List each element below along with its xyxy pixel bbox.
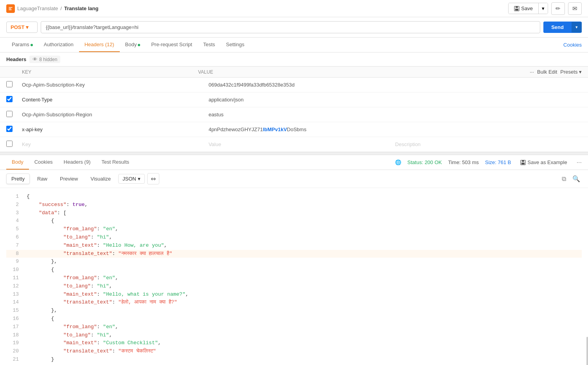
headers-section-label: Headers (6, 56, 26, 62)
hidden-count: 8 hidden (39, 57, 57, 62)
format-label: JSON (123, 176, 136, 182)
empty-value-placeholder[interactable]: Value (209, 141, 395, 147)
code-line-12: 12 "to_lang": "hi", (6, 282, 582, 291)
line-content-12: "to_lang": "hi", (27, 282, 582, 291)
code-line-15: 15 }, (6, 307, 582, 315)
save-icon (514, 6, 519, 11)
code-line-8: 8 "translate_text": "नमस्कार क्या हालचाल… (6, 250, 582, 258)
empty-checkbox[interactable] (6, 141, 13, 147)
row4-highlight: lbMPv1kV (263, 126, 287, 132)
save-example-icon (520, 160, 526, 165)
response-more-dots[interactable]: ··· (577, 159, 582, 166)
wrap-icon: ⇔ (151, 175, 156, 182)
body-dot (138, 44, 140, 46)
row3-value: eastus (209, 112, 395, 117)
empty-key-placeholder[interactable]: Key (22, 141, 209, 147)
line-content-21: } (27, 356, 582, 364)
empty-checkbox-cell[interactable] (6, 141, 22, 148)
row1-value: 069da432c1f9499fa33dfb65328e353d (209, 82, 395, 88)
empty-desc-placeholder[interactable]: Description (395, 141, 582, 147)
response-toolbar: Pretty Raw Preview Visualize JSON ▾ ⇔ ⧉ … (0, 170, 588, 188)
line-content-19: "main_text": "Custom Checklist", (27, 339, 582, 347)
line-content-16: { (27, 315, 582, 323)
bulk-edit-button[interactable]: Bulk Edit (537, 69, 557, 75)
copy-icon: ⧉ (562, 175, 566, 182)
code-line-1: 1 { (6, 193, 582, 201)
line-content-17: "from_lang": "en", (27, 323, 582, 331)
presets-dropdown[interactable]: Presets ▾ (560, 69, 582, 75)
view-raw-button[interactable]: Raw (32, 173, 52, 184)
format-dropdown-icon: ▾ (138, 176, 141, 182)
code-line-9: 9 }, (6, 258, 582, 266)
table-row: Content-Type application/json (0, 92, 588, 107)
line-num-13: 13 (6, 291, 19, 299)
row2-value: application/json (209, 97, 395, 103)
save-button[interactable]: Save (509, 3, 538, 14)
line-num-16: 16 (6, 315, 19, 323)
url-input[interactable] (41, 21, 540, 33)
hidden-badge[interactable]: 👁 8 hidden (29, 56, 60, 63)
table-row: x-api-key 4pnPdzhewozGHYJZ71lbMPv1kVDoSb… (0, 122, 588, 137)
tab-authorization[interactable]: Authorization (38, 38, 79, 52)
response-tab-body[interactable]: Body (6, 155, 29, 170)
row1-checkbox[interactable] (6, 81, 13, 87)
row2-checkbox-cell[interactable] (6, 96, 22, 103)
line-content-20: "translate_text": "कस्टम चेकलिस्ट" (27, 347, 582, 356)
line-num-1: 1 (6, 193, 19, 201)
tab-tests[interactable]: Tests (198, 38, 220, 52)
search-button[interactable]: 🔍 (571, 173, 582, 184)
line-num-8: 8 (6, 250, 19, 258)
row1-checkbox-cell[interactable] (6, 81, 22, 89)
save-button-group[interactable]: Save ▾ (508, 3, 548, 14)
scrollbar[interactable] (586, 337, 588, 365)
row4-checkbox-cell[interactable] (6, 126, 22, 133)
row2-checkbox[interactable] (6, 96, 13, 102)
request-bar: POST ▾ Send ▾ (0, 17, 588, 38)
copy-button[interactable]: ⧉ (560, 173, 568, 184)
edit-button[interactable]: ✏ (551, 2, 565, 15)
send-button[interactable]: Send (543, 22, 572, 33)
url-input-wrap (41, 21, 540, 33)
line-num-14: 14 (6, 298, 19, 307)
comment-button[interactable]: ✉ (568, 2, 582, 15)
row1-key: Ocp-Apim-Subscription-Key (22, 82, 209, 88)
tab-body[interactable]: Body (120, 38, 146, 52)
row3-checkbox-cell[interactable] (6, 111, 22, 118)
cookies-link[interactable]: Cookies (563, 42, 582, 48)
send-button-group[interactable]: Send ▾ (543, 22, 582, 33)
line-content-11: "from_lang": "en", (27, 274, 582, 282)
wrap-button[interactable]: ⇔ (147, 173, 159, 184)
save-example-button[interactable]: Save as Example (517, 158, 570, 167)
response-tab-test-results[interactable]: Test Results (96, 155, 135, 170)
svg-rect-6 (521, 163, 525, 164)
table-actions: ··· Bulk Edit Presets ▾ (530, 69, 582, 75)
tab-headers[interactable]: Headers (12) (79, 38, 120, 52)
more-actions-icon[interactable]: ··· (530, 69, 534, 75)
response-tab-cookies[interactable]: Cookies (29, 155, 58, 170)
view-visualize-button[interactable]: Visualize (85, 173, 116, 184)
request-tabs: Params Authorization Headers (12) Body P… (0, 38, 588, 52)
code-line-17: 17 "from_lang": "en", (6, 323, 582, 331)
method-label: POST (11, 24, 24, 30)
svg-rect-3 (515, 9, 518, 11)
response-status: Status: 200 OK (408, 159, 442, 165)
method-select[interactable]: POST ▾ (6, 22, 38, 33)
response-meta: 🌐 Status: 200 OK Time: 503 ms Size: 761 … (395, 158, 582, 167)
tab-settings[interactable]: Settings (220, 38, 250, 52)
brand-icon (6, 4, 15, 13)
edit-icon: ✏ (556, 5, 561, 12)
svg-rect-2 (516, 6, 518, 8)
view-pretty-button[interactable]: Pretty (6, 173, 30, 184)
format-select[interactable]: JSON ▾ (118, 174, 145, 184)
send-dropdown-button[interactable]: ▾ (572, 22, 582, 33)
line-num-5: 5 (6, 225, 19, 233)
tab-params[interactable]: Params (6, 38, 38, 52)
line-content-4: { (27, 217, 582, 225)
top-bar: LaguageTranslate / Translate lang Save ▾… (0, 0, 588, 17)
row3-checkbox[interactable] (6, 111, 13, 117)
save-dropdown-button[interactable]: ▾ (538, 3, 548, 14)
view-preview-button[interactable]: Preview (55, 173, 83, 184)
response-tab-headers[interactable]: Headers (9) (58, 155, 96, 170)
row4-checkbox[interactable] (6, 126, 13, 132)
tab-pre-request[interactable]: Pre-request Script (146, 38, 198, 52)
